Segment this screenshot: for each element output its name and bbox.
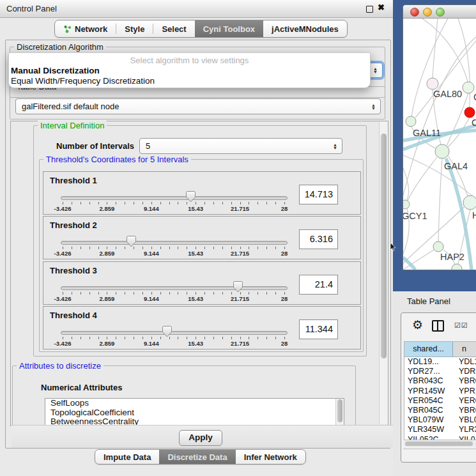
slider-track[interactable] <box>61 331 288 335</box>
column-header-name[interactable]: n <box>453 342 476 357</box>
attribute-item[interactable]: TopologicalCoefficient <box>45 408 344 418</box>
slider-track[interactable] <box>61 286 288 290</box>
table-row[interactable]: YBR045CYBR0 <box>404 406 476 415</box>
algorithm-option-manual[interactable]: Manual Discretization <box>11 66 100 75</box>
slider-tick <box>187 337 187 339</box>
table-row[interactable]: YBR043CYBR0 <box>404 376 476 386</box>
slider-tick-label: 15.43 <box>188 295 203 302</box>
hap2-node[interactable] <box>433 242 443 252</box>
slider-tick-label: -3.426 <box>54 205 72 212</box>
slider-tick <box>107 292 107 295</box>
slider-tick <box>275 202 276 204</box>
table-row[interactable]: YPR145WYPR1 <box>404 387 476 396</box>
minimize-traffic-light-icon[interactable] <box>423 8 432 17</box>
bottom-tab-infer-network[interactable]: Infer Network <box>236 450 305 464</box>
settings-scrollbar[interactable] <box>379 121 388 424</box>
slider-tick <box>160 292 161 295</box>
zoom-traffic-light-icon[interactable] <box>436 8 445 17</box>
columns-icon[interactable] <box>432 320 444 332</box>
bottom-tab-impute-data[interactable]: Impute Data <box>95 450 159 464</box>
table-panel-toolbar: ⚙ ☑☑ <box>401 313 476 340</box>
select-columns-icon[interactable]: ☑☑ <box>454 321 468 330</box>
numerical-attributes-list[interactable]: SelfLoopsTopologicalCoefficientBetweenne… <box>45 398 344 426</box>
slider-tick <box>187 247 187 249</box>
slider-tick <box>142 202 143 204</box>
slider-tick-label: 28 <box>281 340 288 347</box>
table-row[interactable]: YDL19...YDL1 <box>404 357 476 367</box>
tab-network[interactable]: Network <box>55 20 116 37</box>
slider-thumb[interactable] <box>233 281 243 293</box>
slider-tick <box>151 337 152 339</box>
network-edge[interactable] <box>411 19 448 116</box>
algorithm-dropdown-popup: Select algorithm to view settings Manual… <box>8 52 371 88</box>
threshold-2-box: Threshold 2-3.4262.8599.14415.4321.71528… <box>43 216 361 259</box>
tab-style[interactable]: Style <box>116 20 153 37</box>
table-row[interactable]: YBL079WYBL0 <box>404 415 476 425</box>
tab-select[interactable]: Select <box>153 20 194 37</box>
slider-track[interactable] <box>61 196 288 200</box>
apply-button[interactable]: Apply <box>179 430 222 446</box>
threshold-value-field[interactable]: 11.344 <box>299 319 338 339</box>
gal80-node[interactable] <box>427 78 438 89</box>
cell-shared-name: YBR043C <box>404 376 456 386</box>
cell-shared-name: YER054C <box>404 396 456 406</box>
slider-tick-label: 9.144 <box>144 250 159 257</box>
cell-shared-name: YPR145W <box>404 387 456 396</box>
slider-tick-label: -3.426 <box>54 340 72 347</box>
network-edge[interactable] <box>403 36 476 196</box>
gal11-node[interactable] <box>406 116 416 127</box>
cyni-toolbox-panel: Discretization Algorithm ▲▼ Table Data g… <box>5 40 391 449</box>
slider-tick <box>98 292 99 295</box>
close-icon[interactable]: ✖ <box>378 3 385 12</box>
attributes-scrollbar[interactable] <box>335 399 344 425</box>
attribute-item[interactable]: SelfLoops <box>45 399 344 408</box>
slider-track[interactable] <box>61 241 288 245</box>
algorithm-option-equal-width[interactable]: Equal Width/Frequency Discretization <box>11 76 155 86</box>
slider-tick <box>213 337 214 339</box>
node-table[interactable]: shared... n YDL19...YDL1YDR27...YDR2YBR0… <box>404 341 476 449</box>
top-right-node[interactable] <box>463 82 474 93</box>
column-header-shared-name[interactable]: shared... <box>404 342 453 357</box>
table-horizontal-scrollbar[interactable] <box>404 440 476 448</box>
tab-cyni-toolbox[interactable]: Cyni Toolbox <box>195 20 263 37</box>
slider-tick <box>257 247 258 249</box>
float-window-icon[interactable] <box>366 6 373 13</box>
network-edge[interactable] <box>422 19 468 82</box>
cell-name: YLR3 <box>456 425 476 434</box>
slider-thumb[interactable] <box>186 191 196 203</box>
network-edge-highlighted[interactable] <box>403 257 415 270</box>
threshold-value-field[interactable]: 6.316 <box>299 229 338 249</box>
gcy1-node[interactable] <box>403 200 410 209</box>
network-canvas[interactable]: GAL80GCGAL11GAL4GCY1HHAP2 <box>403 19 476 270</box>
number-of-intervals-combobox[interactable]: 5 ▲▼ <box>139 138 342 154</box>
cell-shared-name: YDR27... <box>404 367 456 376</box>
slider-thumb[interactable] <box>162 326 172 337</box>
close-traffic-light-icon[interactable] <box>410 8 419 17</box>
slider-tick <box>72 202 72 204</box>
slider-tick <box>107 202 107 204</box>
threshold-value-field[interactable]: 21.4 <box>299 275 338 295</box>
gear-icon[interactable]: ⚙ <box>412 318 423 332</box>
red-node[interactable] <box>464 107 475 118</box>
slider-tick <box>213 247 214 249</box>
slider-tick <box>151 292 152 295</box>
slider-tick-label: 9.144 <box>144 340 159 347</box>
table-data-combobox[interactable]: galFiltered.sif default node ▲▼ <box>15 98 381 114</box>
slider-thumb[interactable] <box>127 236 136 247</box>
threshold-value-field[interactable]: 14.713 <box>299 185 338 204</box>
bottom-tab-discretize-data[interactable]: Discretize Data <box>159 450 235 464</box>
slider-tick <box>257 292 258 295</box>
slider-tick-label: 2.859 <box>100 340 115 347</box>
slider-tick <box>81 337 81 339</box>
bottom-node[interactable] <box>452 264 462 270</box>
threshold-label: Threshold 1 <box>50 176 97 185</box>
table-row[interactable]: YDR27...YDR2 <box>404 367 476 376</box>
table-row[interactable]: YLR345WYLR3 <box>404 425 476 434</box>
right-node[interactable] <box>463 196 476 210</box>
algorithm-hint: Select algorithm to view settings <box>9 56 370 65</box>
tab-jactivemnodules[interactable]: jActiveMNodules <box>263 20 347 37</box>
network-edge[interactable] <box>447 93 468 146</box>
table-row[interactable]: YER054CYER0 <box>404 396 476 406</box>
gal4-node[interactable] <box>435 144 449 158</box>
slider-tick <box>116 247 116 249</box>
